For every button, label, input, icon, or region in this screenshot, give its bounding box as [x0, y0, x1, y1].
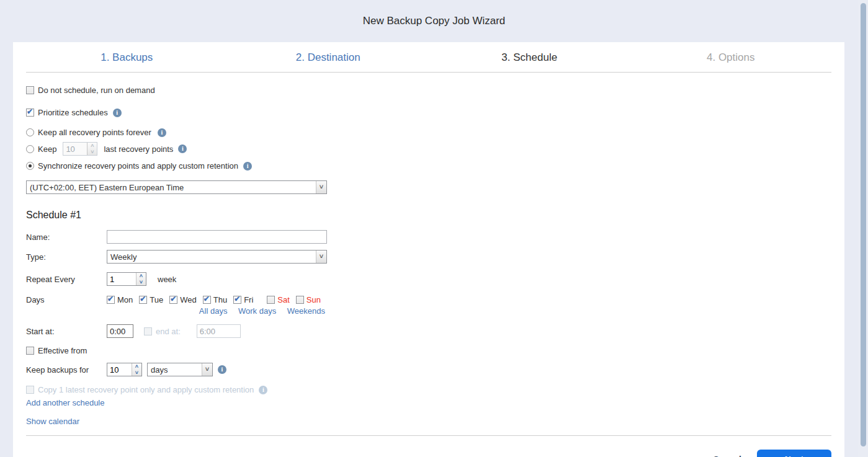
chevron-down-icon[interactable]: ˅: [316, 181, 326, 193]
day-checkbox-wed[interactable]: Wed: [169, 295, 197, 304]
day-checkbox-thu[interactable]: Thu: [203, 295, 227, 304]
keep-last-row: Keep ˄ ˅ last recovery points i: [26, 142, 831, 156]
keep-last-label-prefix: Keep: [38, 144, 56, 154]
wizard-footer: Cancel Next: [13, 436, 844, 457]
day-checkbox-tue[interactable]: Tue: [139, 295, 163, 304]
day-label: Thu: [213, 295, 227, 304]
synchronize-radio[interactable]: [26, 162, 34, 170]
run-on-demand-checkbox[interactable]: [26, 86, 34, 94]
info-icon[interactable]: i: [113, 109, 122, 117]
stepper-up-icon: ˄: [87, 143, 97, 149]
start-at-input[interactable]: [107, 324, 133, 338]
day-checkbox-fri[interactable]: Fri: [233, 295, 253, 304]
keep-forever-label: Keep all recovery points forever: [38, 128, 151, 137]
days-label: Days: [26, 295, 107, 304]
stepper-down-icon[interactable]: ˅: [132, 370, 141, 376]
info-icon[interactable]: i: [243, 162, 252, 171]
tab-schedule[interactable]: 3. Schedule: [429, 42, 630, 72]
type-label: Type:: [26, 252, 107, 262]
tab-backups[interactable]: 1. Backups: [26, 42, 228, 72]
day-checkbox-sat[interactable]: Sat: [267, 295, 290, 304]
day-label: Fri: [244, 295, 253, 304]
day-checkbox-sun[interactable]: Sun: [296, 295, 321, 304]
all-days-link[interactable]: All days: [199, 306, 228, 316]
wizard-panel: 1. Backups 2. Destination 3. Schedule 4.…: [13, 42, 844, 457]
checkbox[interactable]: [139, 296, 147, 304]
show-calendar-row: Show calendar: [26, 417, 831, 426]
prioritize-row: Prioritize schedules i: [26, 108, 831, 117]
end-at-input: [197, 324, 241, 338]
name-row: Name:: [26, 230, 831, 244]
start-at-row: Start at: end at:: [26, 324, 831, 338]
days-block: Days Mon Tue Wed Thu: [26, 295, 831, 316]
stepper-up-icon[interactable]: ˄: [136, 273, 146, 279]
schedule-form: Do not schedule, run on demand Prioritiz…: [13, 86, 844, 436]
timezone-row: (UTC+02:00, EET) Eastern European Time ˅: [26, 180, 831, 194]
weekends-link[interactable]: Weekends: [287, 306, 325, 316]
keep-backups-stepper[interactable]: ˄ ˅: [107, 363, 142, 376]
effective-from-label: Effective from: [38, 346, 87, 355]
keep-backups-unit-value: days: [148, 365, 171, 375]
name-input[interactable]: [107, 230, 327, 244]
type-value: Weekly: [107, 252, 140, 262]
stepper-down-icon[interactable]: ˅: [136, 279, 146, 285]
tab-options[interactable]: 4. Options: [630, 42, 832, 72]
keep-last-count-stepper: ˄ ˅: [63, 142, 97, 156]
day-label: Tue: [150, 295, 163, 304]
checkbox[interactable]: [203, 296, 211, 304]
name-label: Name:: [26, 233, 107, 242]
day-preset-links: All days Work days Weekends: [107, 306, 325, 316]
stepper-arrows: ˄ ˅: [87, 143, 97, 155]
info-icon[interactable]: i: [218, 365, 226, 374]
day-label: Sun: [306, 295, 321, 304]
schedule-heading: Schedule #1: [26, 210, 831, 221]
copy-latest-checkbox: [26, 386, 34, 394]
run-on-demand-row: Do not schedule, run on demand: [26, 86, 831, 95]
prioritize-checkbox[interactable]: [26, 109, 34, 117]
day-label: Wed: [180, 295, 197, 304]
next-button[interactable]: Next: [757, 450, 831, 457]
keep-backups-input[interactable]: [107, 363, 132, 376]
prioritize-label: Prioritize schedules: [38, 108, 108, 117]
checkbox[interactable]: [296, 296, 304, 304]
stepper-down-icon: ˅: [87, 149, 97, 155]
scrollbar-track[interactable]: [858, 0, 868, 457]
stepper-arrows[interactable]: ˄ ˅: [132, 363, 141, 376]
tab-destination[interactable]: 2. Destination: [228, 42, 429, 72]
info-icon[interactable]: i: [158, 128, 166, 137]
repeat-stepper[interactable]: ˄ ˅: [107, 272, 146, 286]
repeat-input[interactable]: [107, 273, 136, 285]
scrollbar-thumb[interactable]: [861, 3, 866, 446]
end-at-label: end at:: [156, 327, 181, 336]
effective-from-checkbox[interactable]: [26, 347, 34, 355]
chevron-down-icon[interactable]: ˅: [316, 251, 326, 263]
copy-latest-label: Copy 1 latest recovery point only and ap…: [38, 385, 254, 394]
run-on-demand-label: Do not schedule, run on demand: [38, 86, 155, 95]
type-row: Type: Weekly ˅: [26, 250, 831, 264]
info-icon[interactable]: i: [178, 144, 187, 153]
checkbox[interactable]: [169, 296, 177, 304]
repeat-unit-label: week: [158, 275, 176, 284]
keep-forever-radio[interactable]: [26, 128, 34, 136]
checkbox[interactable]: [107, 296, 115, 304]
add-schedule-link[interactable]: Add another schedule: [26, 398, 104, 407]
timezone-select[interactable]: (UTC+02:00, EET) Eastern European Time ˅: [26, 180, 327, 194]
work-days-link[interactable]: Work days: [238, 306, 276, 316]
keep-forever-row: Keep all recovery points forever i: [26, 128, 831, 137]
show-calendar-link[interactable]: Show calendar: [26, 417, 79, 426]
stepper-arrows[interactable]: ˄ ˅: [136, 273, 146, 285]
keep-backups-unit-select[interactable]: days ˅: [147, 363, 213, 376]
end-at-checkbox[interactable]: [144, 327, 152, 335]
repeat-row: Repeat Every ˄ ˅ week: [26, 272, 831, 286]
synchronize-label: Synchronize recovery points and apply cu…: [38, 161, 238, 171]
type-select[interactable]: Weekly ˅: [107, 250, 327, 264]
keep-last-radio[interactable]: [26, 145, 34, 153]
stepper-up-icon[interactable]: ˄: [132, 363, 141, 370]
day-checkbox-mon[interactable]: Mon: [107, 295, 133, 304]
synchronize-row: Synchronize recovery points and apply cu…: [26, 161, 831, 171]
day-label: Sat: [277, 295, 290, 304]
cancel-button[interactable]: Cancel: [713, 455, 741, 457]
chevron-down-icon[interactable]: ˅: [202, 363, 212, 376]
checkbox[interactable]: [233, 296, 241, 304]
checkbox[interactable]: [267, 296, 275, 304]
